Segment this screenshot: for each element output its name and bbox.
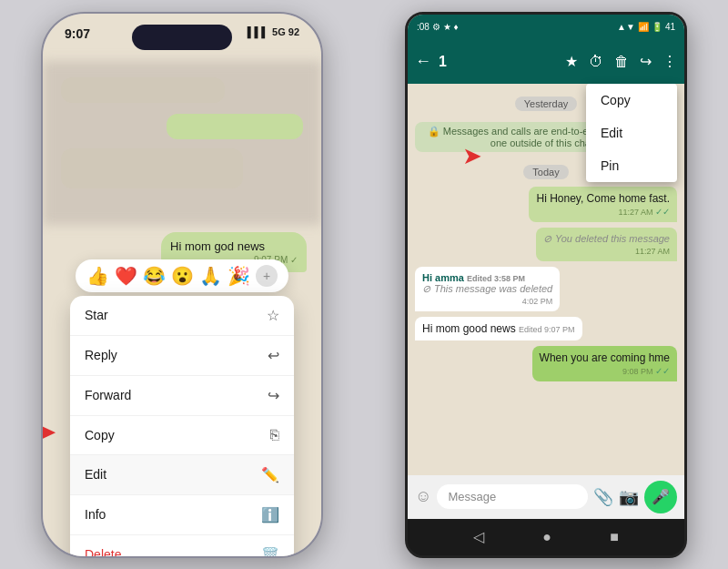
msg-row: ⊘You deleted this message 11:27 AM xyxy=(415,228,677,261)
attach-icon[interactable]: 📎 xyxy=(593,487,613,507)
android-nav-bar: ◁ ● ■ xyxy=(408,519,684,555)
ios-arrow-annotation: ➤ xyxy=(41,417,56,447)
home-nav-button[interactable]: ● xyxy=(542,529,551,545)
menu-reply-label: Reply xyxy=(85,348,117,362)
sender-label: Hi amma Edited 3:58 PM xyxy=(422,272,552,283)
signal-bars: ▲▼ xyxy=(617,22,635,32)
mic-button[interactable]: 🎤 xyxy=(644,481,677,513)
timer-icon[interactable]: ⏱ xyxy=(589,54,603,70)
android-status-bar: :08 ⚙ ★ ♦ ▲▼ 📶 🔋 41 xyxy=(408,15,684,40)
message-input[interactable]: Message xyxy=(437,484,588,509)
android-input-bar: ☺ Message 📎 📷 🎤 xyxy=(408,475,684,519)
menu-forward-label: Forward xyxy=(85,388,131,402)
menu-delete-label: Delete xyxy=(85,547,121,558)
more-icon[interactable]: ⋮ xyxy=(662,53,677,70)
recents-nav-button[interactable]: ■ xyxy=(610,529,619,545)
ios-status-icons: ▌▌▌ 5G 92 xyxy=(248,26,299,37)
toolbar-icons: ★ ⏱ 🗑 ↪ ⋮ xyxy=(565,53,677,70)
signal-icon: ▌▌▌ xyxy=(248,26,268,37)
reply-icon: ↩ xyxy=(268,347,279,364)
dropdown-pin[interactable]: Pin xyxy=(586,149,677,182)
blurred-bubble-2 xyxy=(167,114,303,139)
msg-row: When you are coming hme 9:08 PM ✓✓ xyxy=(415,346,677,381)
battery-level: 41 xyxy=(665,22,675,32)
battery-icon: 🔋 xyxy=(652,22,662,32)
back-nav-button[interactable]: ◁ xyxy=(473,528,484,545)
msg-time: 11:27 AM ✓✓ xyxy=(536,207,670,217)
android-toolbar: ← 1 ★ ⏱ 🗑 ↪ ⋮ xyxy=(408,40,684,84)
blurred-bubble-1 xyxy=(61,77,225,103)
forward-toolbar-icon[interactable]: ↪ xyxy=(640,53,652,70)
network-label: 5G 92 xyxy=(272,26,299,37)
incoming-deleted-msg: ⊘This message was deleted xyxy=(422,283,552,295)
emoji-heart[interactable]: ❤️ xyxy=(115,265,137,287)
ios-status-bar: 9:07 ▌▌▌ 5G 92 xyxy=(43,14,321,61)
ios-phone: 9:07 ▌▌▌ 5G 92 Hi mom god news 9:07 PM ✓… xyxy=(41,12,323,558)
ios-emoji-bar[interactable]: 👍 ❤️ 😂 😮 🙏 🎉 + xyxy=(76,259,288,292)
msg-time: 9:08 PM ✓✓ xyxy=(540,366,670,376)
red-arrow-icon: ➤ xyxy=(41,417,56,447)
menu-item-delete[interactable]: Delete 🗑️ xyxy=(70,535,294,558)
emoji-input-icon[interactable]: ☺ xyxy=(415,487,431,506)
emoji-thumbs-up[interactable]: 👍 xyxy=(86,265,109,287)
emoji-wow[interactable]: 😮 xyxy=(171,265,194,287)
android-status-left: :08 ⚙ ★ ♦ xyxy=(417,22,459,32)
outgoing-highlight-bubble: When you are coming hme 9:08 PM ✓✓ xyxy=(532,346,677,381)
ios-notch xyxy=(132,25,232,50)
msg-time: 4:02 PM xyxy=(422,297,552,306)
wifi-icon: 📶 xyxy=(638,22,649,32)
deleted-msg-text: ⊘You deleted this message xyxy=(543,233,670,245)
android-screen: :08 ⚙ ★ ♦ ▲▼ 📶 🔋 41 ← 1 ★ ⏱ 🗑 ↪ ⋮ xyxy=(408,15,684,519)
contact-count: 1 xyxy=(439,54,558,70)
android-arrow-annotation: ➤ xyxy=(462,142,482,170)
trash-icon: 🗑️ xyxy=(261,546,279,558)
msg-time: 11:27 AM xyxy=(543,247,670,256)
copy-icon: ⎘ xyxy=(270,427,279,443)
android-phone: :08 ⚙ ★ ♦ ▲▼ 📶 🔋 41 ← 1 ★ ⏱ 🗑 ↪ ⋮ xyxy=(405,12,687,558)
msg-row: Hi amma Edited 3:58 PM ⊘This message was… xyxy=(415,267,677,311)
msg-text: Hi mom good news Edited 9:07 PM xyxy=(422,322,575,335)
ios-msg-text: Hi mom god news xyxy=(170,239,265,253)
back-button[interactable]: ← xyxy=(415,52,431,71)
edit-icon: ✏️ xyxy=(261,466,279,483)
blurred-bubble-3 xyxy=(61,148,243,188)
deleted-outgoing-bubble: ⊘You deleted this message 11:27 AM xyxy=(536,228,677,261)
msg-text: Hi Honey, Come home fast. xyxy=(536,192,670,205)
menu-copy-label: Copy xyxy=(85,428,115,442)
ios-time: 9:07 xyxy=(65,26,90,41)
info-icon: ℹ️ xyxy=(261,506,279,523)
menu-item-star[interactable]: Star ☆ xyxy=(70,296,294,336)
msg-row: Hi Honey, Come home fast. 11:27 AM ✓✓ xyxy=(415,187,677,222)
msg-row: Hi mom good news Edited 9:07 PM xyxy=(415,317,677,340)
menu-item-info[interactable]: Info ℹ️ xyxy=(70,495,294,535)
incoming-bubble-2: Hi mom good news Edited 9:07 PM xyxy=(415,317,582,340)
menu-star-label: Star xyxy=(85,308,108,322)
android-dropdown-menu: Copy Edit Pin xyxy=(586,84,677,182)
camera-icon[interactable]: 📷 xyxy=(619,487,639,507)
emoji-add-button[interactable]: + xyxy=(256,265,278,287)
emoji-pray[interactable]: 🙏 xyxy=(199,265,222,287)
dropdown-copy[interactable]: Copy xyxy=(586,84,677,117)
menu-item-forward[interactable]: Forward ↪ xyxy=(70,376,294,416)
menu-info-label: Info xyxy=(85,507,106,522)
emoji-celebrate[interactable]: 🎉 xyxy=(228,265,250,287)
android-status-icons: ⚙ ★ ♦ xyxy=(432,22,459,32)
msg-text: When you are coming hme xyxy=(540,351,670,364)
menu-edit-label: Edit xyxy=(85,467,106,482)
android-status-right: ▲▼ 📶 🔋 41 xyxy=(617,22,675,32)
outgoing-bubble-1: Hi Honey, Come home fast. 11:27 AM ✓✓ xyxy=(529,187,677,222)
menu-item-reply[interactable]: Reply ↩ xyxy=(70,336,294,376)
star-icon: ☆ xyxy=(267,307,279,324)
emoji-laugh[interactable]: 😂 xyxy=(143,265,166,287)
forward-icon: ↪ xyxy=(268,387,279,404)
menu-item-edit[interactable]: Edit ✏️ xyxy=(70,455,294,495)
incoming-bubble-1: Hi amma Edited 3:58 PM ⊘This message was… xyxy=(415,267,560,311)
star-toolbar-icon[interactable]: ★ xyxy=(565,53,578,70)
menu-item-copy[interactable]: Copy ⎘ xyxy=(70,416,294,455)
delete-toolbar-icon[interactable]: 🗑 xyxy=(614,54,629,70)
dropdown-edit[interactable]: Edit xyxy=(586,117,677,149)
android-time: :08 xyxy=(417,22,430,32)
ios-context-menu: Star ☆ Reply ↩ Forward ↪ Copy ⎘ Edit ✏️ … xyxy=(70,296,294,558)
